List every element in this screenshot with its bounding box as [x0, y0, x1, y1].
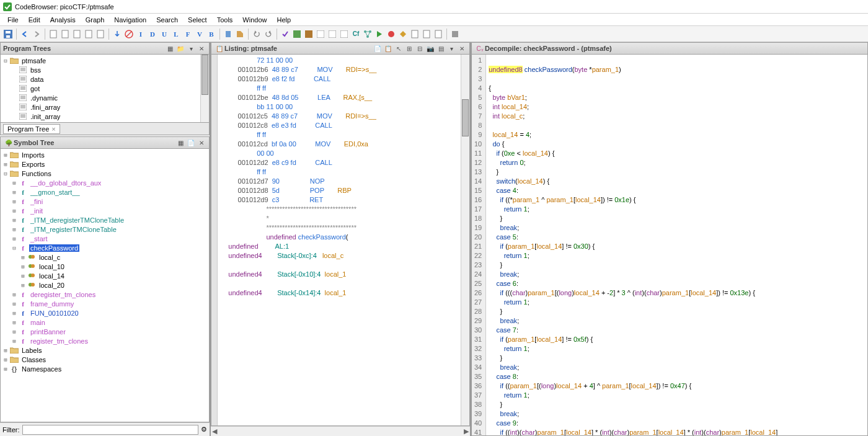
u-icon[interactable]: U [159, 29, 170, 40]
code-line[interactable]: undefined8 checkPassword(byte *param_1) [489, 65, 777, 74]
menu-select[interactable]: Select [183, 15, 212, 25]
i-icon[interactable]: I [135, 29, 146, 40]
tree-row[interactable]: ⊞f_start [2, 234, 208, 243]
fields-icon[interactable]: ▤ [436, 43, 446, 53]
code-line[interactable]: return 1; [489, 391, 777, 400]
panel-btn-icon[interactable]: 📁 [175, 43, 185, 53]
horizontal-scrollbar[interactable]: ◀▶ [211, 426, 470, 436]
tree-row[interactable]: ⊞f__do_global_dtors_aux [2, 178, 208, 187]
tree-row[interactable]: .dynamic [2, 93, 208, 102]
scrollbar[interactable] [200, 55, 209, 122]
code-line[interactable]: break; [489, 409, 777, 419]
tree-row[interactable]: ⊞fframe_dummy [2, 299, 208, 308]
close-icon[interactable]: × [51, 125, 55, 133]
tab-program-tree[interactable]: Program Tree× [3, 124, 60, 134]
close-icon[interactable]: ✕ [457, 43, 467, 53]
listing-row[interactable]: 001012d8 5d POP RBP [219, 186, 468, 195]
symbol-tree-body[interactable]: ⊞Imports⊞Exports⊟Functions⊞f__do_global_… [0, 149, 210, 422]
code-line[interactable]: if (param_1[local_14] != 0x5f) { [489, 335, 777, 344]
grid5-icon[interactable] [339, 29, 350, 40]
back-icon[interactable] [19, 29, 30, 40]
code-line[interactable]: case 8: [489, 372, 777, 381]
listing-row[interactable]: 001012d9 c3 RET [219, 195, 468, 205]
listing-row[interactable]: 72 11 00 00 [219, 56, 468, 65]
code-line[interactable]: return 1; [489, 344, 777, 354]
cf-icon[interactable]: Cf [350, 29, 361, 40]
filter-input[interactable] [22, 425, 199, 435]
tree-row[interactable]: ⊞Classes [2, 355, 208, 364]
listing-row[interactable]: 001012d7 90 NOP [219, 177, 468, 186]
listing-row[interactable]: 001012b9 e8 f2 fd CALL [219, 74, 468, 84]
code-line[interactable]: break; [489, 270, 777, 279]
filter-options-icon[interactable]: ⚙ [201, 425, 207, 434]
menu-icon[interactable]: ▾ [446, 43, 456, 53]
listing-row[interactable]: 001012c8 e8 e3 fd CALL [219, 121, 468, 130]
code-line[interactable] [489, 74, 777, 84]
program-trees-body[interactable]: ⊟ptmsafebssdatagot.dynamic.fini_array.in… [0, 55, 210, 123]
menu-help[interactable]: Help [272, 15, 296, 25]
tree-row[interactable]: ⊞f__gmon_start__ [2, 187, 208, 197]
code-line[interactable]: do { [489, 140, 777, 149]
panel-btn-icon[interactable]: ▦ [165, 43, 175, 53]
save-icon[interactable] [2, 29, 14, 40]
code-line[interactable]: } [489, 400, 777, 409]
forward-icon[interactable] [31, 29, 42, 40]
code-line[interactable]: } [489, 354, 777, 363]
panel-btn-icon[interactable]: 📄 [186, 138, 196, 148]
tool-icon[interactable] [450, 29, 461, 40]
undo-icon[interactable] [251, 29, 262, 40]
tree-row[interactable]: ⊞local_c [2, 252, 208, 262]
code-line[interactable]: case 4: [489, 186, 777, 195]
code-line[interactable]: switch(local_14) { [489, 177, 777, 186]
code-line[interactable] [489, 121, 777, 130]
code-line[interactable]: return 1; [489, 205, 777, 214]
listing-row[interactable]: bb 11 00 00 [219, 102, 468, 112]
tree-row[interactable]: ⊞f_fini [2, 197, 208, 206]
tree-row[interactable]: ⊞Labels [2, 345, 208, 355]
tree-row[interactable]: ⊞Exports [2, 159, 208, 169]
tree-row[interactable]: ⊞fFUN_00101020 [2, 308, 208, 318]
code-line[interactable]: } [489, 214, 777, 223]
scrollbar[interactable] [461, 55, 469, 425]
doc2-icon[interactable] [60, 29, 71, 40]
graph-icon[interactable] [362, 29, 373, 40]
listing-row[interactable]: ff ff [219, 130, 468, 140]
code-line[interactable]: } [489, 167, 777, 177]
listing-row[interactable]: 00 00 [219, 149, 468, 158]
code-line[interactable]: case 6: [489, 279, 777, 288]
b-icon[interactable]: B [206, 29, 217, 40]
decompile-body[interactable]: 1234567891011121314151617181920212223242… [471, 55, 868, 436]
snapshot-icon[interactable]: 📷 [425, 43, 435, 53]
close-icon[interactable]: ✕ [197, 43, 206, 53]
code-line[interactable]: if ((param_1[(long)local_14 + 4] ^ param… [489, 381, 777, 391]
check-icon[interactable] [280, 29, 291, 40]
panel-btn-icon[interactable]: ▦ [175, 138, 185, 148]
copy-icon[interactable]: 📄 [373, 43, 383, 53]
tree-row[interactable]: .fini_array [2, 102, 208, 112]
code-line[interactable]: case 9: [489, 419, 777, 428]
menu-search[interactable]: Search [151, 15, 183, 25]
cursor-icon[interactable]: ↖ [394, 43, 404, 53]
doc5-icon[interactable] [95, 29, 106, 40]
listing-row[interactable]: 001012be 48 8d 05 LEA RAX,[s__ [219, 93, 468, 102]
l-icon[interactable]: L [170, 29, 182, 40]
code-line[interactable]: { [489, 84, 777, 93]
panel-menu-icon[interactable]: ▾ [186, 43, 196, 53]
diff-icon[interactable]: ⊞ [404, 43, 414, 53]
listing-body[interactable]: 72 11 00 00 001012b6 48 89 c7 MOV RDI=>s… [211, 55, 470, 426]
tree-row[interactable]: ⊞{}Namespaces [2, 364, 208, 373]
menu-navigation[interactable]: Navigation [109, 15, 151, 25]
doc3-icon[interactable] [71, 29, 82, 40]
code-line[interactable]: if ((int)(char)param_1[local_14] * (int)… [489, 428, 777, 436]
tree-row[interactable]: ⊞f_ITM_deregisterTMCloneTable [2, 215, 208, 225]
menu-window[interactable]: Window [237, 15, 272, 25]
tree-row[interactable]: got [2, 84, 208, 93]
doc7-icon[interactable] [421, 29, 432, 40]
doc1-icon[interactable] [48, 29, 59, 40]
grid3-icon[interactable] [315, 29, 326, 40]
grid2-icon[interactable] [303, 29, 314, 40]
doc4-icon[interactable] [83, 29, 94, 40]
paste-icon[interactable]: 📋 [383, 43, 393, 53]
tree-row[interactable]: ⊞fprintBanner [2, 327, 208, 336]
code-line[interactable]: } [489, 307, 777, 316]
